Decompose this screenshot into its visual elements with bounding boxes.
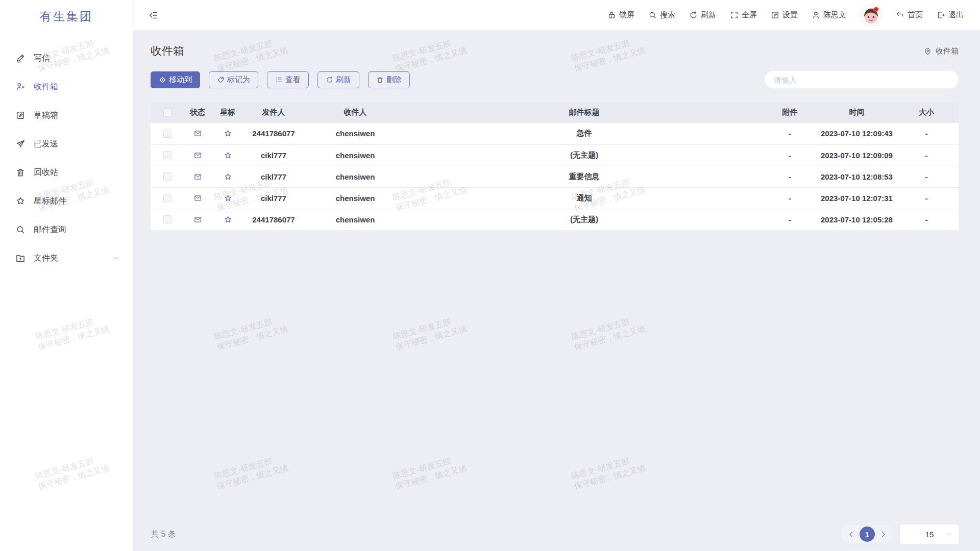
refresh-page-button[interactable]: 刷新 xyxy=(689,10,716,20)
cell-attachment: - xyxy=(761,123,819,144)
select-all-checkbox[interactable] xyxy=(163,109,172,117)
cell-attachment: - xyxy=(761,187,819,209)
move-to-button[interactable]: 移动到 xyxy=(151,71,200,88)
mail-row[interactable]: cikl777 chensiwen 重要信息 - 2023-07-10 12:0… xyxy=(151,166,959,187)
cell-attachment: - xyxy=(761,166,819,187)
lock-icon xyxy=(607,11,616,19)
col-sender: 发件人 xyxy=(244,102,303,123)
cell-sender: cikl777 xyxy=(244,166,303,187)
cell-attachment: - xyxy=(761,209,819,230)
cell-size: - xyxy=(894,166,959,187)
star-icon xyxy=(15,196,26,206)
page-size-value: 15 xyxy=(925,530,934,539)
sidebar-item-label: 回收站 xyxy=(34,167,58,178)
lock-screen-label: 锁屏 xyxy=(619,10,634,20)
mail-row[interactable]: 2441786077 chensiwen 急件 - 2023-07-10 12:… xyxy=(151,123,959,144)
cell-time: 2023-07-10 12:05:28 xyxy=(819,209,894,230)
sidebar-nav: 写信 收件箱 草稿箱 已发送 回收站 星标邮件 邮件查询 文件夹 xyxy=(0,33,133,272)
refresh-icon xyxy=(689,11,698,19)
avatar[interactable] xyxy=(860,4,882,26)
star-toggle[interactable] xyxy=(224,172,232,181)
pencil-icon xyxy=(15,53,26,63)
page-title: 收件箱 xyxy=(151,43,184,59)
sidebar-item-sent[interactable]: 已发送 xyxy=(0,130,133,158)
paper-plane-icon xyxy=(15,139,26,149)
main-content: 收件箱 收件箱 移动到 标记为 查看 刷新 删除 xyxy=(133,30,980,551)
sidebar: 有生集团 写信 收件箱 草稿箱 已发送 回收站 星标邮件 邮件查询 xyxy=(0,0,133,551)
star-toggle[interactable] xyxy=(224,151,232,160)
trash-icon xyxy=(15,167,26,178)
sidebar-item-inbox[interactable]: 收件箱 xyxy=(0,72,133,101)
cell-subject: 通知 xyxy=(408,187,761,209)
fullscreen-button[interactable]: 全屏 xyxy=(730,10,757,20)
cell-sender: 2441786077 xyxy=(244,123,303,144)
sidebar-item-label: 星标邮件 xyxy=(34,196,66,207)
lock-screen-button[interactable]: 锁屏 xyxy=(607,10,634,20)
avatar-image xyxy=(860,4,882,26)
logout-label: 退出 xyxy=(948,10,964,20)
menu-fold-icon[interactable] xyxy=(148,10,159,21)
search-icon xyxy=(15,224,26,235)
cell-recipient: chensiwen xyxy=(303,209,408,230)
view-button[interactable]: 查看 xyxy=(267,71,309,88)
sidebar-item-label: 文件夹 xyxy=(34,253,58,264)
cell-time: 2023-07-10 12:07:31 xyxy=(819,187,894,209)
settings-button[interactable]: 设置 xyxy=(771,10,798,20)
star-toggle[interactable] xyxy=(224,215,232,224)
row-checkbox[interactable] xyxy=(163,130,172,138)
cell-size: - xyxy=(894,123,959,144)
delete-button[interactable]: 删除 xyxy=(368,71,410,88)
cell-sender: 2441786077 xyxy=(244,209,303,230)
topbar: 锁屏 搜索 刷新 全屏 设置 陈思文 xyxy=(133,0,980,30)
global-search-button[interactable]: 搜索 xyxy=(648,10,675,20)
cell-subject: (无主题) xyxy=(408,209,761,230)
cell-sender: cikl777 xyxy=(244,187,303,209)
undo-arrow-icon xyxy=(896,11,904,19)
mail-row[interactable]: 2441786077 chensiwen (无主题) - 2023-07-10 … xyxy=(151,209,959,230)
pager: 1 xyxy=(841,525,893,543)
col-recipient: 收件人 xyxy=(303,102,408,123)
cell-subject: 急件 xyxy=(408,123,761,144)
total-count: 共 5 条 xyxy=(151,529,176,540)
sidebar-item-starred[interactable]: 星标邮件 xyxy=(0,187,133,215)
col-time: 时间 xyxy=(819,102,894,123)
star-toggle[interactable] xyxy=(224,129,232,138)
col-star: 星标 xyxy=(211,102,244,123)
page-size-select[interactable]: 15 xyxy=(900,524,959,544)
brand-logo: 有生集团 xyxy=(0,0,133,33)
mail-row[interactable]: cikl777 chensiwen (无主题) - 2023-07-10 12:… xyxy=(151,144,959,166)
unread-mail-icon xyxy=(193,172,202,181)
page-number-button[interactable]: 1 xyxy=(860,527,875,542)
cell-size: - xyxy=(894,209,959,230)
mark-as-button[interactable]: 标记为 xyxy=(209,71,258,88)
sidebar-item-trash[interactable]: 回收站 xyxy=(0,158,133,187)
mark-as-label: 标记为 xyxy=(227,75,250,85)
sidebar-item-label: 草稿箱 xyxy=(34,110,58,121)
refresh-list-button[interactable]: 刷新 xyxy=(317,71,359,88)
mail-search-input[interactable] xyxy=(765,71,959,88)
row-checkbox[interactable] xyxy=(163,151,172,159)
row-checkbox[interactable] xyxy=(163,172,172,181)
cell-recipient: chensiwen xyxy=(303,187,408,209)
cell-subject: (无主题) xyxy=(408,144,761,166)
mail-row[interactable]: cikl777 chensiwen 通知 - 2023-07-10 12:07:… xyxy=(151,187,959,209)
sidebar-item-drafts[interactable]: 草稿箱 xyxy=(0,101,133,130)
sidebar-item-mail-search[interactable]: 邮件查询 xyxy=(0,215,133,244)
next-page-button[interactable] xyxy=(879,531,887,538)
view-label: 查看 xyxy=(285,75,301,85)
star-toggle[interactable] xyxy=(224,194,232,203)
sidebar-item-folders[interactable]: 文件夹 xyxy=(0,244,133,272)
table-header-row: 状态 星标 发件人 收件人 邮件标题 附件 时间 大小 xyxy=(151,102,959,123)
prev-page-button[interactable] xyxy=(847,531,855,538)
logout-button[interactable]: 退出 xyxy=(937,10,964,20)
sidebar-item-compose[interactable]: 写信 xyxy=(0,44,133,72)
row-checkbox[interactable] xyxy=(163,194,172,202)
global-search-label: 搜索 xyxy=(660,10,675,20)
map-pin-icon xyxy=(923,47,932,56)
home-button[interactable]: 首页 xyxy=(896,10,923,20)
user-menu[interactable]: 陈思文 xyxy=(812,10,846,20)
row-checkbox[interactable] xyxy=(163,215,172,223)
unread-mail-icon xyxy=(193,129,202,138)
unread-mail-icon xyxy=(193,151,202,160)
breadcrumb-label: 收件箱 xyxy=(936,46,959,56)
